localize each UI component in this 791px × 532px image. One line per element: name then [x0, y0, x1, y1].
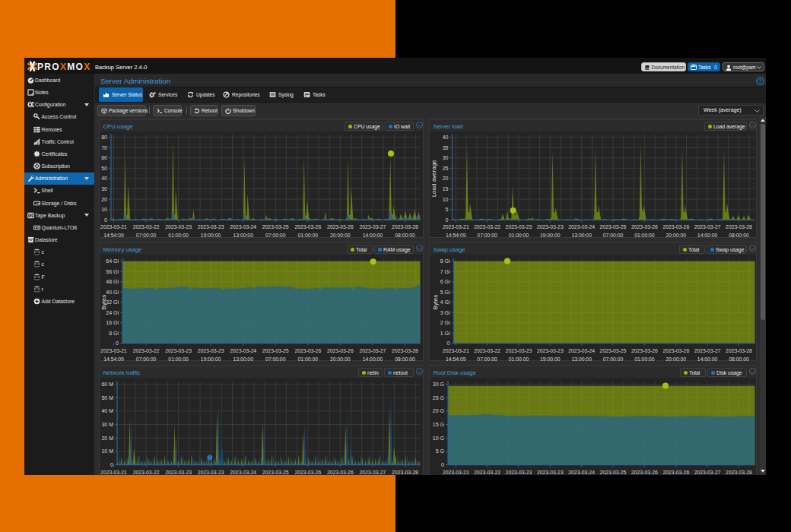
svg-text:2023-03-27: 2023-03-27	[694, 348, 721, 353]
svg-text:2023-03-21: 2023-03-21	[100, 348, 127, 353]
svg-text:2023-03-26: 2023-03-26	[327, 348, 354, 353]
svg-text:2023-03-28: 2023-03-28	[726, 348, 752, 353]
svg-text:24 Gi: 24 Gi	[106, 310, 119, 315]
svg-text:08:00:00: 08:00:00	[729, 356, 749, 362]
svg-text:2023-03-24: 2023-03-24	[568, 348, 595, 353]
svg-text:0: 0	[446, 217, 449, 223]
svg-text:2023-03-23: 2023-03-23	[506, 470, 532, 475]
svg-text:40: 40	[101, 176, 107, 181]
svg-text:2023-03-28: 2023-03-28	[726, 224, 752, 230]
svg-text:2023-03-26: 2023-03-26	[662, 470, 689, 475]
svg-text:2023-03-26: 2023-03-26	[327, 224, 354, 230]
svg-text:0: 0	[110, 462, 113, 467]
svg-text:2023-03-21: 2023-03-21	[100, 224, 127, 230]
svg-text:0: 0	[447, 340, 450, 346]
svg-text:2023-03-28: 2023-03-28	[392, 224, 418, 230]
svg-text:20 G: 20 G	[433, 408, 444, 413]
svg-text:0: 0	[116, 340, 119, 346]
svg-text:19:00:00: 19:00:00	[540, 233, 561, 238]
svg-text:19:00:00: 19:00:00	[201, 233, 221, 238]
svg-text:15: 15	[443, 186, 449, 192]
svg-text:64 Gi: 64 Gi	[106, 258, 119, 264]
svg-text:01:00:00: 01:00:00	[168, 233, 189, 238]
svg-text:?: ?	[758, 78, 762, 84]
svg-text:2023-03-25: 2023-03-25	[262, 470, 289, 475]
svg-text:01:00:00: 01:00:00	[509, 233, 529, 238]
svg-text:2023-03-21: 2023-03-21	[443, 348, 469, 353]
svg-text:2023-03-26: 2023-03-26	[327, 470, 354, 475]
svg-text:2023-03-23: 2023-03-23	[165, 224, 192, 230]
svg-text:2023-03-23: 2023-03-23	[537, 348, 564, 353]
svg-text:2023-03-22: 2023-03-22	[133, 470, 160, 475]
svg-text:14:54:09: 14:54:09	[446, 233, 466, 238]
svg-text:32 Gi: 32 Gi	[106, 299, 119, 305]
svg-text:07:00:00: 07:00:00	[265, 356, 286, 362]
svg-text:6 Gi: 6 Gi	[440, 279, 450, 284]
svg-text:1 Gi: 1 Gi	[440, 331, 450, 336]
svg-text:2023-03-23: 2023-03-23	[198, 470, 224, 475]
svg-text:2023-03-21: 2023-03-21	[443, 470, 469, 475]
svg-text:3 Gi: 3 Gi	[440, 310, 450, 315]
svg-text:2023-03-23: 2023-03-23	[506, 224, 532, 230]
svg-text:50: 50	[101, 166, 107, 171]
svg-text:20 M: 20 M	[101, 435, 113, 441]
svg-text:2023-03-26: 2023-03-26	[662, 224, 689, 230]
svg-text:14:54:09: 14:54:09	[446, 356, 466, 362]
svg-text:50 M: 50 M	[101, 395, 113, 401]
svg-text:13:00:00: 13:00:00	[233, 356, 253, 362]
svg-text:07:00:00: 07:00:00	[603, 356, 624, 362]
svg-text:4 Gi: 4 Gi	[440, 299, 450, 305]
svg-text:01:00:00: 01:00:00	[634, 356, 655, 362]
svg-text:08:00:00: 08:00:00	[729, 233, 749, 238]
svg-text:2023-03-25: 2023-03-25	[600, 224, 627, 230]
svg-text:13:00:00: 13:00:00	[233, 233, 253, 238]
svg-text:2023-03-26: 2023-03-26	[631, 470, 658, 475]
svg-text:2 Gi: 2 Gi	[440, 320, 450, 325]
svg-text:2023-03-24: 2023-03-24	[568, 224, 595, 230]
svg-text:07:00:00: 07:00:00	[603, 233, 624, 238]
svg-text:07:00:00: 07:00:00	[136, 356, 157, 362]
svg-text:01:00:00: 01:00:00	[634, 233, 655, 238]
svg-text:01:00:00: 01:00:00	[509, 356, 529, 362]
svg-text:48 Gi: 48 Gi	[106, 279, 119, 284]
svg-text:80: 80	[101, 135, 107, 140]
svg-text:2023-03-23: 2023-03-23	[165, 470, 192, 475]
svg-text:2023-03-22: 2023-03-22	[133, 348, 160, 353]
svg-text:2023-03-22: 2023-03-22	[474, 348, 500, 353]
svg-text:2023-03-24: 2023-03-24	[230, 224, 256, 230]
svg-text:20: 20	[101, 197, 107, 202]
svg-text:13:00:00: 13:00:00	[571, 356, 592, 362]
svg-text:2023-03-23: 2023-03-23	[537, 224, 564, 230]
svg-text:01:00:00: 01:00:00	[168, 356, 189, 362]
svg-text:2023-03-25: 2023-03-25	[262, 224, 289, 230]
svg-text:2023-03-25: 2023-03-25	[262, 348, 289, 353]
svg-text:08:00:00: 08:00:00	[395, 356, 415, 362]
svg-text:2023-03-27: 2023-03-27	[694, 224, 721, 230]
svg-text:40: 40	[443, 135, 449, 140]
svg-text:5: 5	[446, 207, 449, 212]
svg-text:60: 60	[101, 155, 107, 160]
svg-text:10: 10	[101, 207, 107, 212]
svg-text:20:00:00: 20:00:00	[666, 356, 687, 362]
svg-text:2023-03-26: 2023-03-26	[294, 470, 321, 475]
svg-text:2023-03-27: 2023-03-27	[360, 224, 386, 230]
svg-text:01:00:00: 01:00:00	[298, 233, 319, 238]
svg-text:20: 20	[443, 176, 449, 181]
svg-text:2023-03-23: 2023-03-23	[537, 470, 564, 475]
svg-text:30 M: 30 M	[101, 422, 113, 427]
svg-text:2023-03-26: 2023-03-26	[662, 348, 689, 353]
svg-text:0: 0	[441, 462, 444, 467]
svg-text:01:00:00: 01:00:00	[298, 356, 319, 362]
svg-text:2023-03-28: 2023-03-28	[392, 348, 418, 353]
svg-text:30 G: 30 G	[433, 382, 444, 387]
svg-text:Bytes: Bytes	[101, 295, 108, 310]
svg-text:2023-03-26: 2023-03-26	[631, 348, 658, 353]
svg-text:14:00:00: 14:00:00	[363, 356, 383, 362]
svg-text:2023-03-24: 2023-03-24	[568, 470, 595, 475]
svg-text:40 Gi: 40 Gi	[106, 290, 119, 295]
svg-text:60 M: 60 M	[101, 382, 113, 387]
svg-text:08:00:00: 08:00:00	[395, 233, 415, 238]
svg-text:07:00:00: 07:00:00	[136, 233, 157, 238]
svg-text:20:00:00: 20:00:00	[330, 233, 351, 238]
svg-text:10 M: 10 M	[101, 448, 113, 454]
